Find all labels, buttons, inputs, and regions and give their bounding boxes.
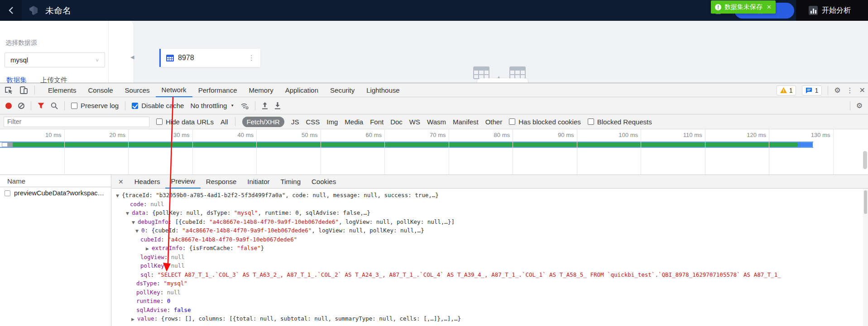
- detail-tab-response[interactable]: Response: [201, 175, 242, 189]
- preview-scrollbar[interactable]: [863, 189, 868, 326]
- request-detail-panel: ✕ HeadersPreviewResponseInitiatorTimingC…: [112, 175, 868, 326]
- filter-type-manifest[interactable]: Manifest: [453, 118, 479, 126]
- request-row[interactable]: previewCubeData?workspaceI…: [0, 187, 111, 199]
- timeline-tick-label: 110 ms: [670, 132, 702, 138]
- filter-type-js[interactable]: JS: [291, 118, 299, 126]
- timeline-tick-label: 10 ms: [29, 132, 62, 138]
- collapsed-triangle-icon[interactable]: ▶: [146, 245, 152, 254]
- detail-tab-initiator[interactable]: Initiator: [242, 175, 275, 189]
- devtools-tab-sources[interactable]: Sources: [119, 83, 156, 97]
- json-line-11: pollKey: null: [112, 288, 868, 297]
- expanded-triangle-icon[interactable]: ▼: [116, 192, 122, 201]
- filter-type-all[interactable]: All: [221, 118, 228, 126]
- json-line-9: sql: "SELECT A87_T_1_.`COL_3` AS T_A63_2…: [112, 270, 868, 279]
- search-icon[interactable]: [51, 102, 58, 109]
- table-card-menu-icon[interactable]: ⋮: [248, 54, 255, 62]
- table-icon: [166, 55, 174, 61]
- timeline-gridline: [128, 129, 129, 175]
- json-line-14: ▶value: {rows: [], columns: [{total: nul…: [112, 314, 868, 323]
- timeline-gridline: [705, 129, 705, 175]
- blocked-requests-checkbox[interactable]: Blocked Requests: [588, 118, 652, 126]
- expanded-triangle-icon[interactable]: ▼: [126, 209, 132, 218]
- filter-type-doc[interactable]: Doc: [390, 118, 403, 126]
- detail-tab-cookies[interactable]: Cookies: [306, 175, 341, 189]
- filter-type-fetch-xhr[interactable]: Fetch/XHR: [242, 117, 284, 127]
- json-token-plain: :: [164, 254, 171, 260]
- devtools-tab-application[interactable]: Application: [279, 83, 324, 97]
- filter-type-media[interactable]: Media: [345, 118, 363, 126]
- network-conditions-icon[interactable]: [240, 102, 249, 109]
- filter-type-other[interactable]: Other: [485, 118, 503, 126]
- hide-data-urls-checkbox[interactable]: Hide data URLs: [156, 118, 214, 126]
- json-line-5: cubeId: "a4c8667e-14b8-4f70-9a9f-10eb067…: [112, 235, 868, 244]
- json-token-nil: null: [171, 262, 185, 269]
- expanded-triangle-icon[interactable]: ▼: [135, 227, 141, 236]
- record-button[interactable]: [5, 103, 12, 109]
- throttling-select[interactable]: No throttling ▼: [190, 102, 234, 109]
- network-overview-timeline[interactable]: 10 ms20 ms30 ms40 ms50 ms60 ms70 ms80 ms…: [0, 129, 868, 175]
- settings-gear-icon[interactable]: ⚙: [834, 86, 840, 94]
- json-token-plain: : {isFromCache:: [182, 245, 237, 251]
- table-name: 8978: [178, 54, 244, 62]
- filter-input[interactable]: [4, 117, 149, 127]
- import-har-icon[interactable]: [262, 102, 268, 109]
- start-analysis-button[interactable]: 开始分析: [796, 0, 868, 21]
- json-token-key: code: [130, 201, 144, 208]
- warnings-badge[interactable]: 1: [777, 85, 796, 95]
- divider: [31, 101, 31, 110]
- devtools-tab-elements[interactable]: Elements: [42, 83, 82, 97]
- table-card-8978[interactable]: 8978 ⋮: [159, 49, 260, 67]
- json-token-plain: :: [157, 280, 163, 287]
- json-token-plain: :: [161, 236, 168, 243]
- json-token-str: "false": [237, 245, 261, 251]
- filter-funnel-icon[interactable]: [38, 103, 44, 109]
- requests-name-header[interactable]: Name: [0, 175, 111, 187]
- timeline-scrollbar[interactable]: [863, 151, 867, 169]
- issues-badge[interactable]: 1: [802, 85, 822, 95]
- json-token-key: cubeId: [140, 236, 161, 243]
- filter-type-font[interactable]: Font: [370, 118, 384, 126]
- has-blocked-cookies-checkbox[interactable]: Has blocked cookies: [509, 118, 581, 126]
- filter-type-ws[interactable]: WS: [409, 118, 420, 126]
- datasource-select[interactable]: mysql ∨: [5, 52, 105, 67]
- json-token-str: "a4c8667e-14b8-4f70-9a9f-10eb067dede6": [182, 227, 312, 234]
- device-toolbar-icon[interactable]: [19, 86, 28, 94]
- devtools-tab-network[interactable]: Network: [156, 83, 192, 97]
- json-token-plain: , logView: null, pollKey: null,…}]: [339, 218, 455, 225]
- preserve-log-checkbox[interactable]: Preserve log: [71, 102, 119, 109]
- json-token-str: "a4c8667e-14b8-4f70-9a9f-10eb067dede6": [209, 218, 339, 225]
- disable-cache-checkbox[interactable]: Disable cache: [132, 102, 184, 109]
- clear-requests-icon[interactable]: [18, 103, 24, 109]
- kebab-menu-icon[interactable]: ⋮: [847, 86, 854, 94]
- filter-type-css[interactable]: CSS: [306, 118, 320, 126]
- timeline-tick-label: 20 ms: [93, 132, 125, 138]
- detail-tab-headers[interactable]: Headers: [129, 175, 166, 189]
- collapsed-triangle-icon[interactable]: ▶: [131, 315, 137, 324]
- devtools-tab-memory[interactable]: Memory: [243, 83, 279, 97]
- export-har-icon[interactable]: [274, 102, 281, 109]
- back-button[interactable]: [0, 0, 22, 21]
- toast-close-icon[interactable]: ✕: [767, 4, 772, 10]
- detail-tab-timing[interactable]: Timing: [275, 175, 306, 189]
- preview-json-tree[interactable]: ▼{traceId: "b32059b0-a785-4ad1-b2f2-5f3d…: [112, 189, 868, 326]
- devtools-tab-security[interactable]: Security: [324, 83, 360, 97]
- json-token-key: runtime: [136, 298, 160, 304]
- detail-close-icon[interactable]: ✕: [112, 178, 129, 185]
- devtools-tab-lighthouse[interactable]: Lighthouse: [360, 83, 405, 97]
- filter-type-wasm[interactable]: Wasm: [427, 118, 446, 126]
- json-token-key: extraInfo: [152, 245, 182, 251]
- timeline-gridline: [833, 129, 834, 175]
- devtools-tab-performance[interactable]: Performance: [192, 83, 243, 97]
- json-line-13: sqlAdvise: false: [112, 306, 868, 315]
- devtools-close-icon[interactable]: ✕: [859, 86, 865, 94]
- timeline-tick-label: 100 ms: [605, 132, 638, 138]
- timeline-gridline: [256, 129, 257, 175]
- devtools-leading-icons: [0, 85, 39, 94]
- collapse-panel-icon[interactable]: ◀: [130, 54, 134, 60]
- checkbox-unchecked: [588, 118, 594, 125]
- filter-type-img[interactable]: Img: [326, 118, 338, 126]
- devtools-tab-console[interactable]: Console: [82, 83, 119, 97]
- detail-tab-preview[interactable]: Preview: [165, 175, 200, 189]
- inspect-element-icon[interactable]: [5, 86, 13, 94]
- network-settings-gear-icon[interactable]: ⚙: [856, 101, 863, 110]
